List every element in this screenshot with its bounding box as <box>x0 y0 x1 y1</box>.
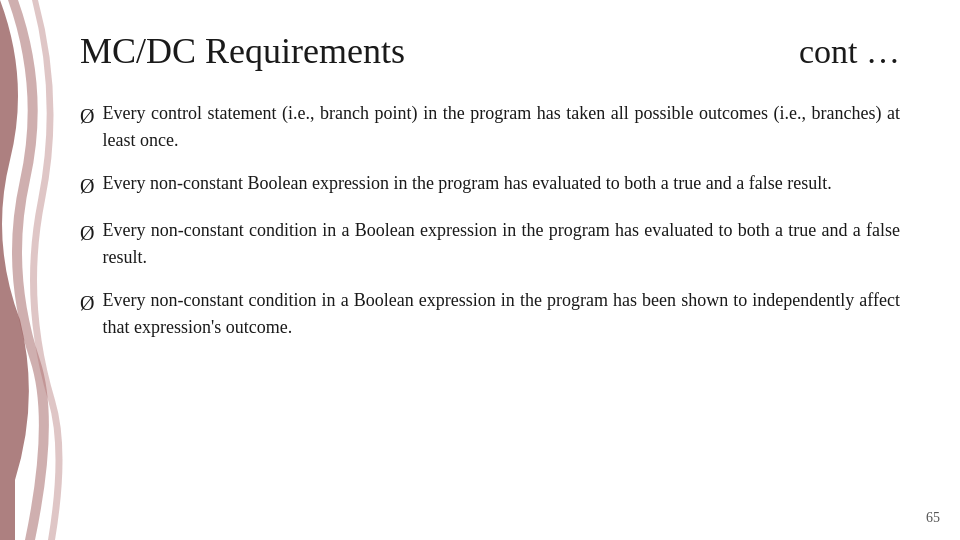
bullet-text-4: Every non-constant condition in a Boolea… <box>102 287 900 341</box>
bullet-arrow-2: Ø <box>80 171 94 201</box>
bullet-text-1: Every control statement (i.e., branch po… <box>102 100 900 154</box>
bullet-item-4: Ø Every non-constant condition in a Bool… <box>80 287 900 341</box>
bullet-item-1: Ø Every control statement (i.e., branch … <box>80 100 900 154</box>
bullet-text-3: Every non-constant condition in a Boolea… <box>102 217 900 271</box>
bullet-arrow-1: Ø <box>80 101 94 131</box>
bullet-text-2: Every non-constant Boolean expression in… <box>102 170 900 197</box>
bullet-arrow-3: Ø <box>80 218 94 248</box>
slide-cont: cont … <box>799 33 900 71</box>
slide-content: Ø Every control statement (i.e., branch … <box>80 100 900 510</box>
page-number: 65 <box>926 510 940 526</box>
bullet-arrow-4: Ø <box>80 288 94 318</box>
slide-header: MC/DC Requirements cont … <box>80 30 900 72</box>
left-decoration <box>0 0 70 540</box>
bullet-item-3: Ø Every non-constant condition in a Bool… <box>80 217 900 271</box>
slide: MC/DC Requirements cont … Ø Every contro… <box>0 0 960 540</box>
bullet-item-2: Ø Every non-constant Boolean expression … <box>80 170 900 201</box>
slide-title: MC/DC Requirements <box>80 30 405 72</box>
